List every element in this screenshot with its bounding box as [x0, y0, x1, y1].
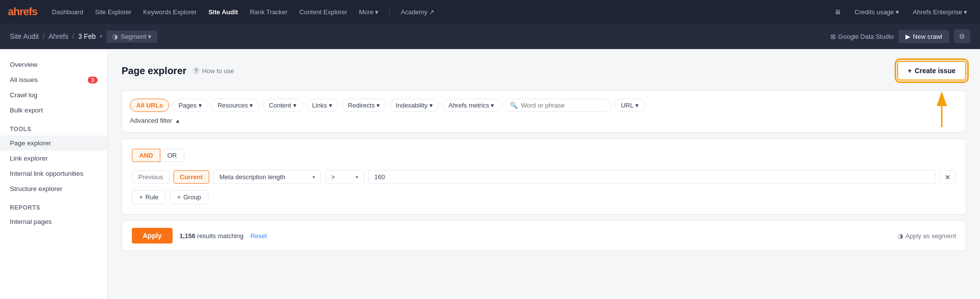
url-select[interactable]: URL ▾ — [614, 99, 645, 112]
logic-buttons: AND OR — [132, 149, 956, 162]
search-input[interactable] — [521, 102, 605, 109]
breadcrumb-dropdown-arrow[interactable]: ▾ — [100, 33, 102, 40]
nav-academy[interactable]: Academy ↗ — [396, 5, 439, 19]
reset-link[interactable]: Reset — [251, 232, 267, 240]
enterprise-btn[interactable]: Ahrefs Enterprise ▾ — [908, 5, 972, 19]
results-summary: 1,156 results matching — [179, 232, 244, 240]
sidebar-label: Page explorer — [10, 139, 51, 147]
nav-site-audit[interactable]: Site Audit — [203, 5, 243, 19]
nav-more[interactable]: More ▾ — [354, 5, 383, 19]
operator-select[interactable]: > — [325, 170, 364, 184]
chip-label: Resources ▾ — [218, 102, 253, 109]
reports-section-header: Reports — [0, 196, 107, 214]
or-button[interactable]: OR — [160, 149, 184, 162]
url-select-label: URL ▾ — [621, 102, 638, 109]
filter-bar: All URLs Pages ▾ Resources ▾ Content ▾ L… — [122, 90, 966, 133]
advanced-filter-caret: ▲ — [175, 118, 180, 124]
new-crawl-button[interactable]: ▶ New crawl — [899, 30, 949, 43]
create-issue-label: Create issue — [915, 67, 955, 75]
apply-button[interactable]: Apply — [132, 228, 173, 244]
nav-keywords-explorer[interactable]: Keywords Explorer — [138, 5, 201, 19]
sidebar-label: Crawl log — [10, 91, 37, 99]
segment-button[interactable]: ◑ Segment ▾ — [106, 30, 157, 43]
breadcrumb-date[interactable]: 3 Feb — [78, 32, 96, 40]
play-icon: ▶ — [905, 33, 910, 40]
sidebar-item-overview[interactable]: Overview — [0, 57, 107, 72]
apply-segment-button[interactable]: ◑ Apply as segment — [898, 232, 956, 240]
settings-button[interactable]: ⚙ — [954, 29, 970, 43]
filter-chip-indexability[interactable]: Indexability ▾ — [389, 99, 439, 112]
sidebar-label: Internal link opportunities — [10, 170, 83, 177]
chip-label: All URLs — [136, 102, 163, 109]
create-issue-button[interactable]: + Create issue — [897, 61, 966, 81]
create-issue-container: + Create issue — [897, 61, 966, 81]
data-studio-button[interactable]: ⊞ Google Data Studio — [830, 33, 894, 40]
segment-icon: ◑ — [898, 232, 903, 240]
segment-icon: ◑ — [112, 33, 118, 40]
remove-filter-button[interactable]: ✕ — [939, 170, 956, 184]
new-crawl-label: New crawl — [913, 33, 942, 40]
advanced-filter-toggle[interactable]: Advanced filter ▲ — [130, 117, 958, 124]
breadcrumb-right: ⊞ Google Data Studio ▶ New crawl ⚙ — [830, 29, 970, 43]
filter-chip-content[interactable]: Content ▾ — [262, 99, 302, 112]
page-header: Page explorer ? How to use + Create issu… — [122, 61, 966, 81]
breadcrumb-site-audit[interactable]: Site Audit — [10, 32, 39, 40]
sidebar-label: Overview — [10, 61, 37, 68]
apply-segment-label: Apply as segment — [905, 232, 956, 240]
nav-content-explorer[interactable]: Content Explorer — [295, 5, 352, 19]
sidebar-item-structure-explorer[interactable]: Structure explorer — [0, 181, 107, 196]
plus-icon: + — [908, 67, 912, 75]
sidebar-item-all-issues[interactable]: All issues 3 — [0, 72, 107, 87]
filter-chip-resources[interactable]: Resources ▾ — [211, 99, 260, 112]
filter-chip-all-urls[interactable]: All URLs — [130, 99, 169, 112]
monitor-btn[interactable]: 🖥 — [829, 5, 846, 19]
breadcrumb-project[interactable]: Ahrefs — [49, 32, 68, 40]
how-to-use-link[interactable]: ? How to use — [192, 67, 234, 75]
top-nav: ahrefs Dashboard Site Explorer Keywords … — [0, 0, 980, 24]
sidebar-label: Bulk export — [10, 107, 43, 114]
current-toggle[interactable]: Current — [174, 170, 209, 184]
monitor-icon: 🖥 — [834, 8, 841, 16]
brand-logo[interactable]: ahrefs — [8, 5, 37, 18]
filter-chip-redirects[interactable]: Redirects ▾ — [342, 99, 387, 112]
all-issues-badge: 3 — [88, 77, 98, 83]
add-group-button[interactable]: + Group — [170, 190, 208, 204]
nav-site-explorer[interactable]: Site Explorer — [90, 5, 136, 19]
previous-toggle[interactable]: Previous — [132, 170, 170, 184]
main-content: Page explorer ? How to use + Create issu… — [108, 49, 980, 299]
plus-icon: + — [139, 193, 143, 201]
sidebar-item-internal-link-opportunities[interactable]: Internal link opportunities — [0, 166, 107, 181]
add-rule-button[interactable]: + Rule — [132, 190, 166, 204]
sidebar-item-link-explorer[interactable]: Link explorer — [0, 151, 107, 166]
close-icon: ✕ — [945, 173, 951, 181]
results-count: 1,156 — [179, 232, 196, 240]
advanced-filter-panel: AND OR Previous Current Meta description… — [122, 138, 966, 215]
chip-label: Links ▾ — [312, 102, 332, 109]
nav-rank-tracker[interactable]: Rank Tracker — [245, 5, 292, 19]
sidebar-label: Link explorer — [10, 155, 48, 162]
sidebar-item-crawl-log[interactable]: Crawl log — [0, 87, 107, 103]
sidebar: Overview All issues 3 Crawl log Bulk exp… — [0, 49, 108, 299]
nav-dashboard[interactable]: Dashboard — [47, 5, 88, 19]
data-studio-label: Google Data Studio — [838, 33, 894, 40]
chip-label: Content ▾ — [269, 102, 296, 109]
page-title-group: Page explorer ? How to use — [122, 65, 234, 77]
main-layout: Overview All issues 3 Crawl log Bulk exp… — [0, 49, 980, 299]
sidebar-item-internal-pages[interactable]: Internal pages — [0, 214, 107, 229]
sidebar-item-page-explorer[interactable]: Page explorer — [0, 136, 107, 151]
value-input[interactable] — [368, 170, 935, 184]
gear-icon: ⚙ — [959, 32, 965, 40]
search-icon: 🔍 — [510, 102, 518, 109]
filter-chip-links[interactable]: Links ▾ — [306, 99, 339, 112]
nav-separator — [389, 7, 390, 17]
filter-chips: All URLs Pages ▾ Resources ▾ Content ▾ L… — [130, 99, 958, 112]
apply-bar: Apply 1,156 results matching Reset ◑ App… — [122, 220, 966, 251]
filter-chip-pages[interactable]: Pages ▾ — [172, 99, 208, 112]
filter-field-select[interactable]: Meta description length — [213, 170, 321, 184]
and-button[interactable]: AND — [132, 149, 160, 162]
sidebar-item-bulk-export[interactable]: Bulk export — [0, 103, 107, 118]
data-studio-icon: ⊞ — [830, 33, 836, 40]
credits-btn[interactable]: Credits usage ▾ — [850, 5, 904, 19]
filter-chip-ahrefs-metrics[interactable]: Ahrefs metrics ▾ — [442, 99, 501, 112]
search-box: 🔍 — [503, 99, 611, 112]
